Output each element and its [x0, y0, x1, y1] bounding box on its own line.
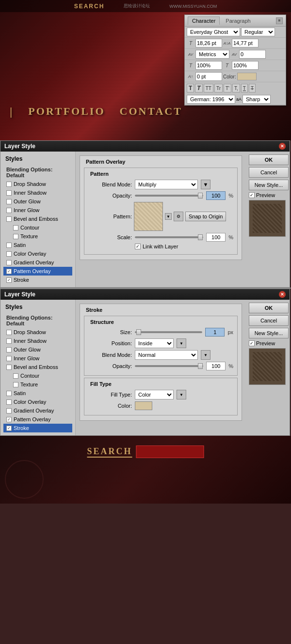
- dialog2-ok-btn[interactable]: OK: [249, 303, 289, 313]
- d2-color-overlay-item[interactable]: Color Overlay: [3, 398, 72, 406]
- search-label[interactable]: SEARCH: [74, 3, 105, 10]
- dialog2-cancel-btn[interactable]: Cancel: [249, 315, 289, 326]
- gradient-overlay-checkbox[interactable]: [6, 260, 12, 265]
- italic-btn[interactable]: T: [195, 84, 202, 92]
- bottom-search-input[interactable]: [136, 445, 204, 458]
- stroke-color-swatch[interactable]: [135, 401, 152, 410]
- scale-h-input[interactable]: [195, 61, 222, 70]
- d2-stroke-checkbox[interactable]: [6, 426, 12, 431]
- superscript-btn[interactable]: T': [224, 84, 231, 92]
- dialog2-close-btn[interactable]: ✕: [279, 291, 286, 298]
- nav-portfolio[interactable]: PORTFOLIO: [28, 105, 105, 118]
- d2-opacity-slider[interactable]: [135, 365, 203, 367]
- d2-inner-shadow-checkbox[interactable]: [6, 338, 12, 344]
- size-slider[interactable]: [135, 331, 202, 333]
- outer-glow-checkbox[interactable]: [6, 199, 12, 204]
- d2-opacity-input[interactable]: [206, 362, 226, 370]
- scale-input[interactable]: [206, 233, 226, 242]
- contour-checkbox[interactable]: [13, 225, 18, 230]
- fill-type-arrow[interactable]: ▼: [177, 390, 186, 399]
- d2-bevel-emboss-checkbox[interactable]: [6, 365, 12, 370]
- dialog1-ok-btn[interactable]: OK: [249, 154, 289, 165]
- snap-to-origin-btn[interactable]: Snap to Origin: [185, 212, 226, 221]
- stroke-item[interactable]: Stroke: [3, 276, 72, 284]
- d2-contour-checkbox[interactable]: [13, 373, 18, 379]
- d2-outer-glow-item[interactable]: Outer Glow: [3, 345, 72, 354]
- size-input[interactable]: [205, 328, 225, 337]
- scale-thumb[interactable]: [198, 234, 203, 240]
- color-swatch[interactable]: [237, 73, 257, 80]
- d2-bevel-emboss-item[interactable]: Bevel and Emboss: [3, 363, 72, 371]
- d2-inner-shadow-item[interactable]: Inner Shadow: [3, 337, 72, 345]
- d2-blend-mode-arrow[interactable]: ▼: [201, 350, 210, 360]
- color-overlay-item[interactable]: Color Overlay: [3, 249, 72, 258]
- d2-opacity-thumb[interactable]: [198, 363, 203, 369]
- pattern-overlay-item[interactable]: Pattern Overlay: [3, 267, 72, 276]
- size-thumb[interactable]: [136, 329, 141, 335]
- blend-mode-arrow[interactable]: ▼: [201, 180, 210, 189]
- panel-menu-btn[interactable]: ≡: [276, 17, 283, 24]
- dialog1-close-btn[interactable]: ✕: [279, 143, 286, 150]
- dialog1-new-style-btn[interactable]: New Style...: [249, 180, 289, 190]
- allcaps-btn[interactable]: TT: [204, 84, 213, 92]
- d2-inner-glow-item[interactable]: Inner Glow: [3, 354, 72, 363]
- dialog2-new-style-btn[interactable]: New Style...: [249, 328, 289, 338]
- strikethrough-btn[interactable]: T: [249, 84, 256, 92]
- opacity-input[interactable]: [206, 191, 226, 200]
- drop-shadow-item[interactable]: Drop Shadow: [3, 180, 72, 188]
- bottom-search-text[interactable]: SEARCH: [87, 446, 132, 458]
- leading-input[interactable]: [232, 39, 259, 47]
- bold-btn[interactable]: T: [187, 84, 194, 92]
- nav-contact[interactable]: CONTACT: [120, 105, 182, 118]
- d2-texture-item[interactable]: Texture: [3, 380, 72, 389]
- d2-stroke-item[interactable]: Stroke: [3, 424, 72, 432]
- pattern-overlay-checkbox[interactable]: [6, 269, 12, 274]
- d2-color-overlay-checkbox[interactable]: [6, 399, 12, 405]
- d2-gradient-overlay-item[interactable]: Gradient Overlay: [3, 406, 72, 415]
- scale-v-input[interactable]: [232, 61, 259, 70]
- dialog1-cancel-btn[interactable]: Cancel: [249, 167, 289, 178]
- d2-drop-shadow-item[interactable]: Drop Shadow: [3, 328, 72, 337]
- kerning-select[interactable]: Metrics: [195, 50, 229, 59]
- baseline-input[interactable]: [195, 72, 222, 81]
- d2-inner-glow-checkbox[interactable]: [6, 356, 12, 361]
- d2-outer-glow-checkbox[interactable]: [6, 347, 12, 353]
- inner-glow-item[interactable]: Inner Glow: [3, 206, 72, 215]
- position-select[interactable]: Inside: [135, 338, 174, 348]
- d2-blend-mode-select[interactable]: Normal: [135, 350, 198, 360]
- blending-options-item[interactable]: Blending Options: Default: [3, 165, 72, 180]
- drop-shadow-checkbox[interactable]: [6, 182, 12, 187]
- texture-item[interactable]: Texture: [3, 232, 72, 241]
- subscript-btn[interactable]: T,: [232, 84, 240, 92]
- satin-checkbox[interactable]: [6, 243, 12, 248]
- pattern-dropdown-btn[interactable]: ▼: [165, 213, 172, 220]
- d2-gradient-overlay-checkbox[interactable]: [6, 408, 12, 414]
- dialog2-preview-checkbox[interactable]: [249, 340, 255, 346]
- d2-pattern-overlay-item[interactable]: Pattern Overlay: [3, 415, 72, 424]
- color-overlay-checkbox[interactable]: [6, 251, 12, 257]
- opacity-thumb[interactable]: [198, 193, 203, 199]
- font-size-input[interactable]: [195, 39, 222, 47]
- d2-texture-checkbox[interactable]: [13, 382, 18, 387]
- d2-satin-checkbox[interactable]: [6, 391, 12, 396]
- character-tab[interactable]: Character: [188, 16, 220, 25]
- pattern-options-btn[interactable]: ⚙: [174, 212, 183, 221]
- gradient-overlay-item[interactable]: Gradient Overlay: [3, 258, 72, 267]
- smallcaps-btn[interactable]: Tr: [214, 84, 223, 92]
- fill-type-select[interactable]: Color: [135, 390, 174, 399]
- d2-pattern-overlay-checkbox[interactable]: [6, 417, 12, 422]
- d2-blending-options-item[interactable]: Blending Options: Default: [3, 313, 72, 328]
- contour-item[interactable]: Contour: [3, 223, 72, 232]
- d2-satin-item[interactable]: Satin: [3, 389, 72, 398]
- dialog1-preview-checkbox[interactable]: [249, 192, 255, 198]
- paragraph-tab[interactable]: Paragraph: [222, 17, 254, 25]
- outer-glow-item[interactable]: Outer Glow: [3, 197, 72, 206]
- font-style-select[interactable]: Regular: [241, 28, 275, 36]
- scale-slider[interactable]: [135, 236, 203, 238]
- inner-shadow-checkbox[interactable]: [6, 190, 12, 196]
- bevel-emboss-checkbox[interactable]: [6, 216, 12, 222]
- inner-shadow-item[interactable]: Inner Shadow: [3, 188, 72, 197]
- position-arrow[interactable]: ▼: [177, 338, 186, 348]
- link-layer-checkbox[interactable]: [135, 244, 141, 249]
- inner-glow-checkbox[interactable]: [6, 208, 12, 213]
